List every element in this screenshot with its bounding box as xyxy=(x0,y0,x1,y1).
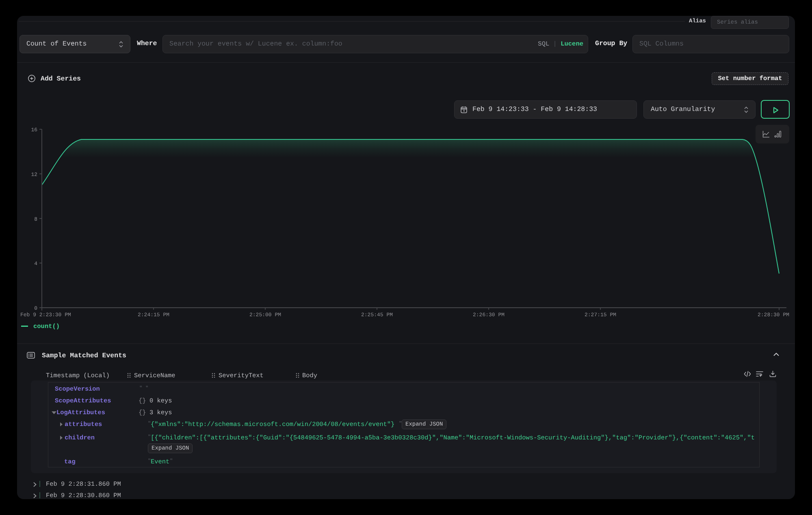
svg-text:2:25:00 PM: 2:25:00 PM xyxy=(249,312,281,318)
svg-text:2:28:30 PM: 2:28:30 PM xyxy=(758,312,789,318)
svg-text:2:27:15 PM: 2:27:15 PM xyxy=(585,312,616,318)
svg-text:4: 4 xyxy=(34,261,37,267)
svg-text:Feb 9 2:23:30 PM: Feb 9 2:23:30 PM xyxy=(20,312,71,318)
svg-text:0: 0 xyxy=(34,305,37,311)
svg-text:2:24:15 PM: 2:24:15 PM xyxy=(138,312,169,318)
svg-text:8: 8 xyxy=(34,216,37,222)
svg-text:2:26:30 PM: 2:26:30 PM xyxy=(473,312,505,318)
svg-text:16: 16 xyxy=(31,127,37,133)
svg-text:2:25:45 PM: 2:25:45 PM xyxy=(361,312,393,318)
svg-text:12: 12 xyxy=(31,172,37,178)
